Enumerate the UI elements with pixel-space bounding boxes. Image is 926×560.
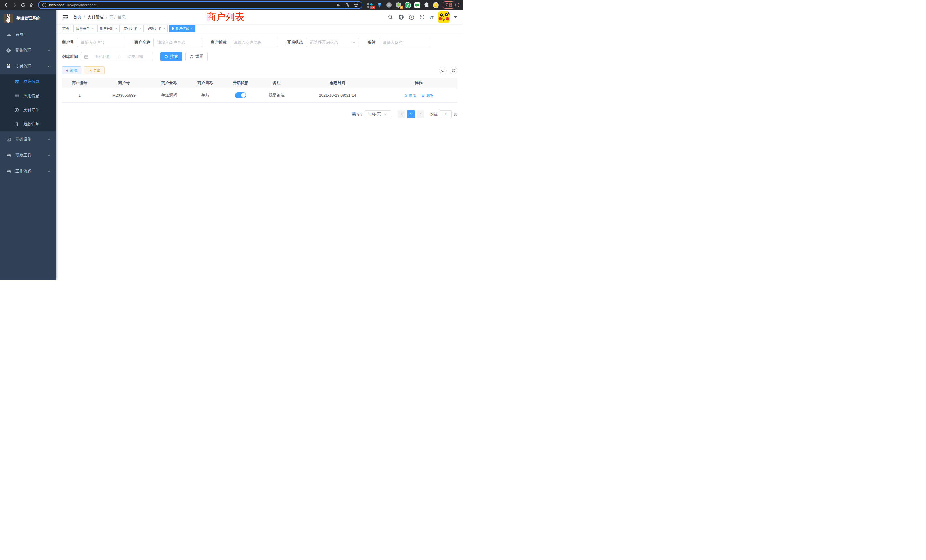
close-icon[interactable]: × (163, 27, 165, 30)
page-size-select[interactable]: 10条/页 (365, 110, 391, 118)
add-button[interactable]: + 新增 (62, 67, 81, 74)
password-key-icon[interactable] (336, 3, 341, 8)
help-icon[interactable]: ? (409, 14, 415, 20)
remark-input[interactable] (379, 38, 430, 47)
select-placeholder: 请选择开启状态 (310, 40, 353, 45)
merchant-no-input[interactable] (77, 38, 126, 47)
github-icon[interactable] (398, 14, 404, 20)
bookmark-star-icon[interactable] (354, 3, 359, 8)
next-page-button[interactable] (416, 110, 424, 118)
extensions-puzzle-icon[interactable] (424, 2, 430, 8)
breadcrumb-separator: / (106, 15, 107, 20)
url-host: localhost (49, 3, 64, 7)
fullscreen-icon[interactable] (419, 14, 425, 20)
browser-menu-icon[interactable] (457, 2, 461, 8)
url-text: localhost:1024/pay/merchant (49, 3, 336, 7)
extensions-row: 10 ⌘ 1 y (367, 2, 439, 8)
page-number-1[interactable]: 1 (407, 110, 415, 118)
browser-reload-button[interactable] (20, 2, 27, 9)
close-icon[interactable]: × (91, 27, 93, 30)
user-avatar[interactable] (438, 11, 449, 23)
extension-yuque-icon[interactable]: y (404, 2, 411, 8)
tab-pay-order[interactable]: 支付订单× (121, 25, 144, 32)
tab-user-group[interactable]: 用户分组× (97, 25, 120, 32)
breadcrumb-home[interactable]: 首页 (73, 15, 81, 20)
merchant-table: 商户编号 商户号 商户全称 商户简称 开启状态 备注 创建时间 操作 1 M23… (62, 78, 457, 103)
share-icon[interactable] (345, 3, 350, 8)
total-count: 共1条 (353, 112, 362, 117)
extension-camera-icon[interactable]: 1 (395, 2, 401, 8)
tab-merchant-info[interactable]: 商户信息× (169, 25, 195, 32)
browser-update-button[interactable]: 更新 (442, 2, 455, 9)
extension-badge: 10 (370, 6, 375, 9)
sidebar-item-label: 首页 (15, 32, 23, 37)
sidebar-item-app-info[interactable]: 应用信息 (0, 89, 56, 103)
chevron-right-icon (419, 113, 422, 116)
extension-gem-icon[interactable] (376, 2, 383, 8)
goto-page-input[interactable] (440, 110, 452, 118)
navbar: 首页 / 支付管理 / 商户信息 ? tT (56, 10, 463, 24)
profile-smiley-icon[interactable] (433, 2, 439, 8)
avatar-caret-icon[interactable] (454, 16, 457, 18)
col-merchant-id: 商户编号 (62, 78, 97, 88)
breadcrumb-pay[interactable]: 支付管理 (88, 15, 103, 20)
close-icon[interactable]: × (191, 27, 193, 30)
site-info-icon[interactable] (42, 3, 47, 7)
tab-process-form[interactable]: 流程表单× (73, 25, 96, 32)
tab-refund-order[interactable]: 退款订单× (145, 25, 168, 32)
status-toggle[interactable] (235, 92, 246, 98)
browser-home-button[interactable] (28, 2, 35, 9)
field-label: 创建时间 (62, 54, 78, 59)
prev-page-button[interactable] (398, 110, 406, 118)
sidebar-item-infra[interactable]: 基础设施 (0, 132, 56, 147)
logo-rabbit-image (4, 14, 13, 23)
extension-badge-2: 1 (400, 6, 403, 9)
field-label: 开启状态 (287, 40, 303, 45)
extension-tiles-icon[interactable]: 10 (367, 2, 373, 8)
tab-home[interactable]: 首页 (60, 25, 72, 32)
gear-icon (6, 48, 11, 53)
col-status: 开启状态 (223, 78, 258, 88)
address-bar[interactable]: localhost:1024/pay/merchant (38, 1, 362, 9)
sidebar-logo[interactable]: 芋道管理系统 (0, 10, 56, 27)
sidebar-item-workflow[interactable]: 工作流程 (0, 163, 56, 179)
svg-text:⌘: ⌘ (387, 3, 390, 7)
calendar-icon (84, 55, 88, 59)
search-icon[interactable] (387, 14, 394, 20)
active-dot (172, 27, 174, 30)
refresh-table-button[interactable] (449, 67, 457, 74)
delete-button[interactable]: 删除 (421, 93, 433, 98)
reset-button[interactable]: 重置 (185, 52, 207, 61)
hide-search-button[interactable] (439, 67, 447, 74)
search-button[interactable]: 搜索 (160, 52, 183, 61)
font-size-icon[interactable]: tT (430, 15, 434, 20)
extension-command-icon[interactable]: ⌘ (386, 2, 392, 8)
collapse-sidebar-icon[interactable] (60, 12, 70, 22)
yen-circle-icon (14, 108, 20, 113)
sidebar-item-merchant-info[interactable]: 商户信息 (0, 74, 56, 89)
sidebar-item-refund-order[interactable]: 退款订单 (0, 117, 56, 132)
extension-chat-icon[interactable] (414, 2, 420, 8)
status-select[interactable]: 请选择开启状态 (306, 38, 359, 47)
sidebar-item-pay-order[interactable]: 支付订单 (0, 103, 56, 117)
edit-button[interactable]: 修改 (404, 93, 416, 98)
sidebar-item-dev-tools[interactable]: 研发工具 (0, 147, 56, 163)
filter-full-name: 商户全称 (134, 38, 202, 47)
date-range-picker[interactable]: 开始日期 - 结束日期 (81, 52, 153, 61)
full-name-input[interactable] (153, 38, 202, 47)
sidebar-item-system[interactable]: 系统管理 (0, 42, 56, 59)
chevron-down-icon (48, 49, 51, 52)
briefcase-icon (6, 169, 11, 174)
short-name-input[interactable] (230, 38, 278, 47)
browser-back-button[interactable] (2, 2, 10, 9)
export-button[interactable]: 导出 (84, 67, 104, 74)
sidebar-item-pay[interactable]: ¥ 支付管理 (0, 59, 56, 74)
refresh-icon (189, 55, 194, 59)
close-icon[interactable]: × (115, 27, 117, 30)
browser-forward-button[interactable] (11, 2, 18, 9)
close-icon[interactable]: × (139, 27, 141, 30)
sidebar-item-home[interactable]: 首页 (0, 27, 56, 42)
filter-status: 开启状态 请选择开启状态 (287, 38, 359, 47)
filter-merchant-no: 商户号 (62, 38, 126, 47)
yen-icon: ¥ (6, 64, 11, 70)
